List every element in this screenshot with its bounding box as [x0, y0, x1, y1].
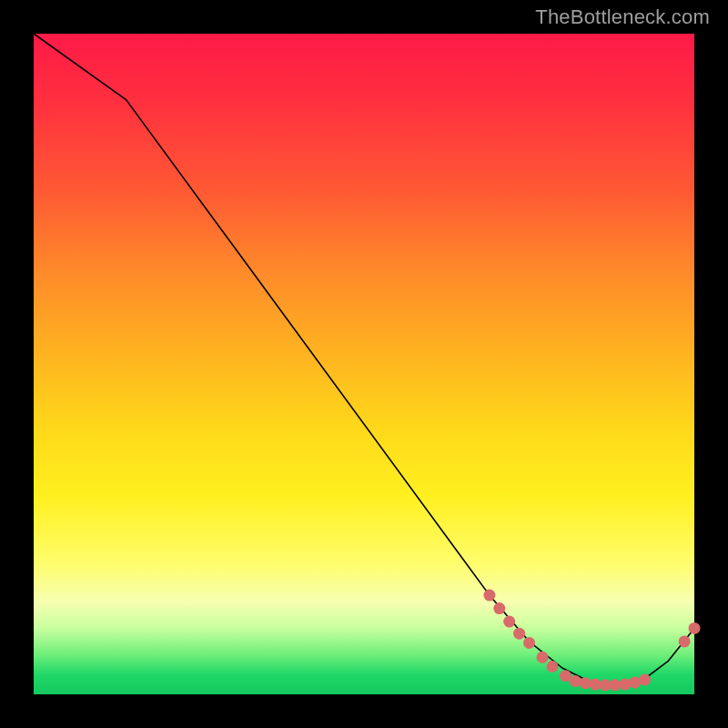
data-marker: [679, 635, 691, 647]
data-marker: [546, 661, 558, 672]
data-marker: [493, 602, 505, 614]
data-marker: [503, 616, 515, 628]
bottleneck-curve: [34, 34, 694, 684]
data-marker: [639, 674, 651, 686]
data-marker: [629, 676, 641, 688]
data-marker: [570, 675, 581, 687]
plot-area: [34, 34, 694, 694]
chart-svg: [34, 34, 694, 694]
watermark-label: TheBottleneck.com: [535, 5, 710, 29]
data-marker: [513, 628, 525, 640]
chart-frame: TheBottleneck.com: [0, 0, 728, 728]
data-marker: [580, 677, 592, 689]
data-marker: [619, 679, 631, 691]
marker-group: [483, 590, 700, 692]
data-marker: [523, 637, 535, 649]
data-marker: [689, 622, 701, 634]
data-marker: [483, 590, 495, 602]
data-marker: [537, 652, 549, 663]
